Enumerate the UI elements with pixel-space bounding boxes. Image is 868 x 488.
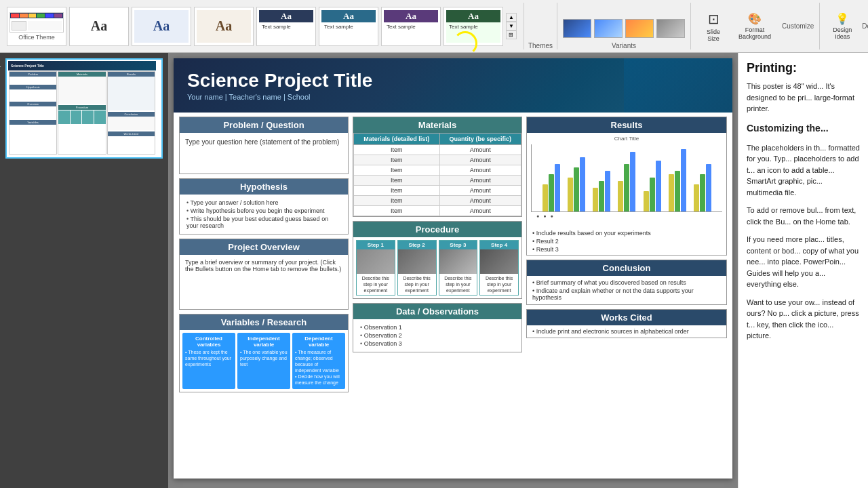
table-row: ItemAmount <box>354 165 521 176</box>
right-panel-p6: Want to use your ow... instead of ours? … <box>747 297 860 342</box>
bar-group-3 <box>593 171 610 211</box>
overview-body: Type a brief overview or summary of your… <box>180 255 348 309</box>
bar-group-2 <box>568 157 585 211</box>
cited-1: Include print and electronic sources in … <box>532 328 721 335</box>
independent-var-label: Independent variable <box>240 336 288 348</box>
legend-1: ● <box>536 214 539 218</box>
theme-item-2[interactable]: Aa <box>69 7 129 46</box>
step-4-label: Step 4 <box>480 241 518 249</box>
procedure-box: Procedure Step 1 Describe this step in y… <box>353 221 522 299</box>
dependent-var-label: Dependent variable <box>295 336 342 348</box>
right-panel-p3: The placeholders in th... formatted for … <box>747 142 860 199</box>
problem-body: Type your question here (statement of th… <box>180 133 348 174</box>
slide-number-1: 1 <box>0 61 1 68</box>
step-4-desc: Describe this step in your experiment <box>480 274 518 295</box>
theme-item-1[interactable]: Office Theme <box>7 7 66 46</box>
hypothesis-item-2: Write hypothesis before you begin the ex… <box>186 207 341 215</box>
slide-size-icon: ⊡ <box>708 11 719 27</box>
bar-group-4 <box>618 152 635 211</box>
bar-y-7 <box>694 184 699 211</box>
bar-b-7 <box>706 164 711 211</box>
chart-area: Chart Title <box>527 133 726 228</box>
conclusion-header: Conclusion <box>527 260 726 276</box>
hypothesis-body: Type your answer / solution here Write h… <box>180 195 348 234</box>
bar-b-1 <box>555 164 560 211</box>
variant-4[interactable] <box>656 19 685 38</box>
app-body: 1 Science Project Title Problem Hypothes… <box>0 53 868 488</box>
results-box: Results Chart Title <box>526 117 727 256</box>
variables-header: Variables / Research <box>180 314 348 330</box>
theme-scroll: ▲ ▼ ⊞ <box>505 13 518 39</box>
slide-canvas[interactable]: Science Project Title Your name | Teache… <box>174 58 732 479</box>
materials-rows: ItemAmount ItemAmount ItemAmount ItemAmo… <box>354 145 521 216</box>
theme-item-3[interactable]: Aa <box>132 7 191 46</box>
hypothesis-list: Type your answer / solution here Write h… <box>186 199 341 230</box>
chart-title: Chart Title <box>531 136 722 142</box>
chart-bars <box>531 144 722 212</box>
middle-column: Materials Materials (detailed list) Quan… <box>353 117 522 474</box>
result-1: Include results based on your experiment… <box>532 229 721 237</box>
dependent-var-desc: The measure of change; observed because … <box>295 349 342 386</box>
slide-thumbnail-1[interactable]: 1 Science Project Title Problem Hypothes… <box>5 58 163 159</box>
legend-2: ● <box>543 214 546 218</box>
variant-1[interactable] <box>563 19 591 38</box>
observation-2: Observation 2 <box>360 331 515 340</box>
theme-item-7[interactable]: Aa Text sample <box>381 7 441 46</box>
theme-item-6[interactable]: Aa Text sample <box>319 7 378 46</box>
hypothesis-item-1: Type your answer / solution here <box>186 199 341 207</box>
slides-panel: 1 Science Project Title Problem Hypothes… <box>0 53 168 488</box>
step-2: Step 2 Describe this step in your experi… <box>397 240 437 296</box>
theme-scroll-up[interactable]: ▲ <box>506 13 517 22</box>
theme-item-4[interactable]: Aa <box>194 7 254 46</box>
theme-item-5[interactable]: Aa Text sample <box>256 7 316 46</box>
customize-section: ⊡ SlideSize 🎨 FormatBackground Customize <box>691 3 820 49</box>
variants-section: Variants <box>557 3 691 49</box>
step-2-label: Step 2 <box>398 241 436 249</box>
observations-list: Observation 1 Observation 2 Observation … <box>360 323 515 348</box>
bar-b-3 <box>605 171 610 211</box>
variant-3[interactable] <box>625 19 654 38</box>
result-3: Result 3 <box>532 245 721 253</box>
conclusion-list: Brief summary of what you discovered bas… <box>532 279 721 302</box>
design-ideas-icon: 💡 <box>835 12 849 25</box>
hypothesis-header: Hypothesis <box>180 179 348 195</box>
cited-list: Include print and electronic sources in … <box>532 328 721 335</box>
materials-col1: Materials (detailed list) <box>354 134 440 145</box>
bar-g-3 <box>599 181 604 211</box>
step-3-image <box>439 249 477 274</box>
slide-thumb-inner: Science Project Title Problem Hypothesis… <box>8 61 156 156</box>
ribbon: Office Theme Aa Aa Aa Aa Text sample <box>0 0 868 53</box>
format-background-button[interactable]: 🎨 FormatBackground <box>733 9 776 43</box>
customize-label: Customize <box>782 22 814 30</box>
independent-var-desc: The one variable you purposely change an… <box>240 349 288 367</box>
table-row: ItemAmount <box>354 186 521 196</box>
step-4-image <box>480 249 518 274</box>
right-panel: Printing: This poster is 48" wid... It's… <box>738 53 868 488</box>
bar-y-1 <box>542 184 548 211</box>
slide-size-button[interactable]: ⊡ SlideSize <box>696 8 730 45</box>
data-box: Data / Observations Observation 1 Observ… <box>353 303 522 352</box>
bar-group-1 <box>542 164 560 211</box>
bar-g-5 <box>650 178 655 211</box>
step-1-label: Step 1 <box>357 241 395 249</box>
procedure-body: Step 1 Describe this step in your experi… <box>353 237 521 298</box>
cited-header: Works Cited <box>527 310 726 325</box>
design-ideas-button[interactable]: 💡 DesignIdeas <box>825 9 859 43</box>
materials-col2: Quantity (be specific) <box>439 134 521 145</box>
materials-header: Materials <box>353 117 521 133</box>
bar-y-3 <box>593 188 598 211</box>
results-list: Include results based on your experiment… <box>532 229 721 253</box>
slide-content: Problem / Question Type your question he… <box>174 113 732 479</box>
slide-size-label: SlideSize <box>707 28 720 42</box>
format-bg-icon: 🎨 <box>748 12 762 25</box>
theme-scroll-more[interactable]: ⊞ <box>506 30 517 39</box>
bar-group-6 <box>669 149 686 211</box>
controlled-var-desc: These are kept the same throughout your … <box>185 349 233 367</box>
chart-legend: ● ● ● <box>531 212 722 220</box>
cited-box: Works Cited Include print and electronic… <box>526 309 727 338</box>
theme-scroll-down[interactable]: ▼ <box>506 22 517 30</box>
bar-group-7 <box>694 164 711 211</box>
bar-g-1 <box>549 174 554 211</box>
bar-g-4 <box>624 164 629 211</box>
variant-2[interactable] <box>594 19 623 38</box>
